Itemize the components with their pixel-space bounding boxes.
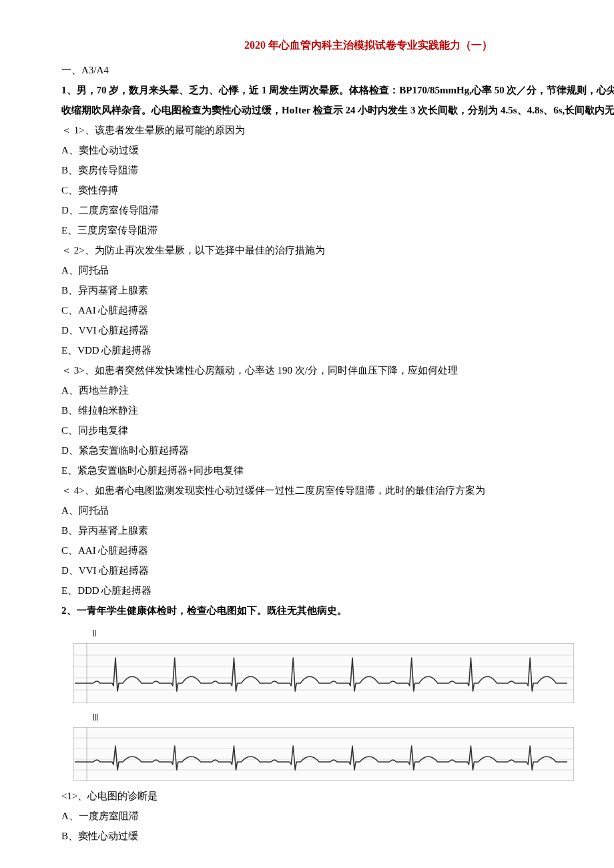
ecg-lead-2-svg xyxy=(73,643,574,703)
q1-sub3-opt-a: A、西地兰静注 xyxy=(61,380,614,400)
q1-sub1-opt-c: C、窦性停搏 xyxy=(61,180,614,200)
q1-sub3-opt-d: D、紧急安置临时心脏起搏器 xyxy=(61,440,614,460)
q1-sub4-opt-c: C、AAI 心脏起搏器 xyxy=(61,540,614,560)
q1-sub1-opt-d: D、二度房室传导阻滞 xyxy=(61,200,614,220)
q1-sub3: ＜ 3>、如患者突然伴发快速性心房颤动，心率达 190 次/分，同时伴血压下降，… xyxy=(61,360,614,380)
q1-sub2-opt-b: B、异丙基肾上腺素 xyxy=(61,280,614,300)
q1-sub4-opt-a: A、阿托品 xyxy=(61,500,614,520)
q1-sub3-opt-c: C、同步电复律 xyxy=(61,420,614,440)
q2-stem: 2、一青年学生健康体检时，检查心电图如下。既往无其他病史。 xyxy=(61,600,614,620)
q1-sub4-opt-d: D、VVI 心脏起搏器 xyxy=(61,560,614,580)
q1-sub4-opt-e: E、DDD 心脏起搏器 xyxy=(61,580,614,600)
q1-sub2: ＜ 2>、为防止再次发生晕厥，以下选择中最佳的治疗措施为 xyxy=(61,240,614,260)
q1-sub2-opt-d: D、VVI 心脏起搏器 xyxy=(61,320,614,340)
q2-sub1-opt-b: B、窦性心动过缓 xyxy=(61,826,614,846)
q1-sub1-opt-b: B、窦房传导阻滞 xyxy=(61,160,614,180)
q1-sub2-opt-e: E、VDD 心脏起搏器 xyxy=(61,340,614,360)
q2-sub1: <1>、心电图的诊断是 xyxy=(61,786,614,806)
ecg-strip-lead-3: Ⅲ xyxy=(73,709,574,781)
q1-sub4-opt-b: B、异丙基肾上腺素 xyxy=(61,520,614,540)
ecg-figure: Ⅱ Ⅲ xyxy=(73,624,574,781)
q1-sub3-opt-b: B、维拉帕米静注 xyxy=(61,400,614,420)
q1-sub2-opt-a: A、阿托品 xyxy=(61,260,614,280)
q1-sub4: ＜ 4>、如患者心电图监测发现窦性心动过缓伴一过性二度房室传导阻滞，此时的最佳治… xyxy=(61,480,614,500)
ecg-lead-2-label: Ⅱ xyxy=(92,624,574,643)
q2-sub1-opt-a: A、一度房室阻滞 xyxy=(61,806,614,826)
ecg-strip-lead-2: Ⅱ xyxy=(73,624,574,703)
q1-sub1-opt-e: E、三度房室传导阻滞 xyxy=(61,220,614,240)
q1-sub3-opt-e: E、紧急安置临时心脏起搏器+同步电复律 xyxy=(61,460,614,480)
q1-sub1: ＜ 1>、该患者发生晕厥的最可能的原因为 xyxy=(61,120,614,140)
section-header-1: 一、A3/A4 xyxy=(61,60,614,80)
svg-rect-0 xyxy=(73,643,574,703)
page-title: 2020 年心血管内科主治模拟试卷专业实践能力（一） xyxy=(61,35,614,56)
q1-stem: 1、男，70 岁，数月来头晕、乏力、心悸，近 1 周发生两次晕厥。体格检查：BP… xyxy=(61,80,614,120)
svg-rect-6 xyxy=(73,727,574,781)
ecg-lead-3-label: Ⅲ xyxy=(92,709,574,727)
q1-sub2-opt-c: C、AAI 心脏起搏器 xyxy=(61,300,614,320)
ecg-lead-3-svg xyxy=(73,727,574,781)
q1-sub1-opt-a: A、窦性心动过缓 xyxy=(61,140,614,160)
